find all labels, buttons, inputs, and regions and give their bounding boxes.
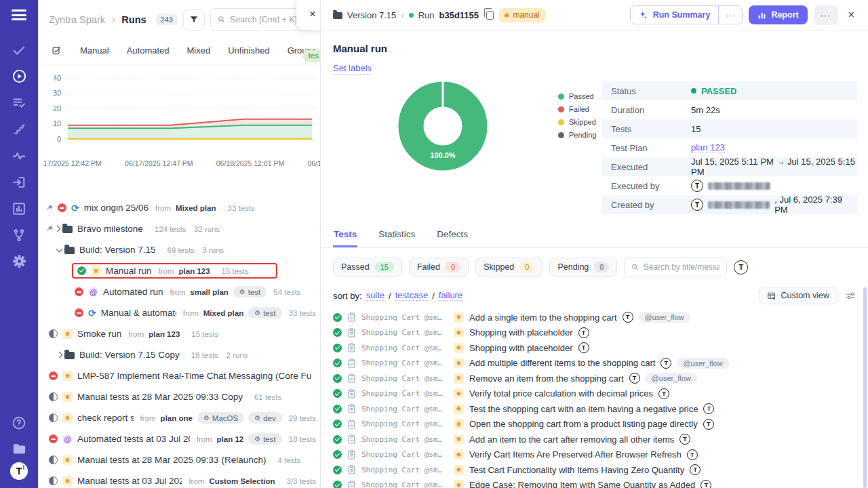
test-row[interactable]: Shopping Cart @sm… Add an item to the ca… [333, 432, 856, 447]
run-summary-more-button[interactable]: ··· [718, 6, 742, 24]
run-list-item[interactable]: Build: Version 7.15 Copy from 18 tests 2… [38, 344, 320, 365]
test-title[interactable]: Add an item to the cart after removing a… [469, 434, 674, 445]
tag-filter-chip[interactable]: tes [303, 49, 320, 62]
help-icon[interactable] [11, 415, 27, 431]
tests-search-input[interactable] [644, 262, 720, 272]
sort-failure-link[interactable]: failure [439, 290, 462, 301]
custom-view-button[interactable]: Custom view [759, 287, 837, 304]
test-suite-name[interactable]: Shopping Cart @sm… [361, 420, 448, 428]
test-title[interactable]: Edge Case: Removing Item with Same Quant… [469, 480, 695, 488]
run-plan-name[interactable]: Mixed plan [203, 309, 243, 317]
test-suite-name[interactable]: Shopping Cart @sm… [361, 450, 448, 459]
run-list-item[interactable]: Build: Version 7.15 from 69 tests 3 runs [38, 239, 320, 260]
panel-close-button[interactable]: × [296, 0, 320, 30]
runs-tab[interactable]: Unfinished [219, 45, 278, 56]
status-filter-chip[interactable]: Skipped 0 [475, 258, 542, 277]
run-plan-name[interactable]: Custom Selection [209, 477, 275, 485]
run-list-item[interactable]: Automated tests at 03 Jul 2025 13:25 fro… [38, 428, 320, 449]
settings-gear-icon[interactable] [11, 253, 27, 270]
test-row[interactable]: Shopping Cart @sm… Verify Cart Items Are… [333, 447, 856, 463]
plans-list-check-icon[interactable] [11, 95, 27, 111]
runs-play-icon[interactable] [11, 68, 27, 85]
reports-chart-icon[interactable] [11, 201, 27, 217]
detail-tab[interactable]: Statistics [378, 225, 416, 247]
run-list-item[interactable]: Smoke run from plan 123 15 tests [38, 323, 320, 344]
test-suite-name[interactable]: Shopping Cart @sm… [361, 466, 448, 474]
pulse-analytics-icon[interactable] [11, 148, 27, 164]
test-title[interactable]: Open the shopping cart from a product li… [469, 419, 698, 429]
run-list-item[interactable]: Manual tests at 28 Mar 2025 09:33 (Relau… [38, 449, 320, 470]
scrollbar[interactable] [863, 287, 867, 488]
test-suite-name[interactable]: Shopping Cart @sm… [361, 313, 448, 322]
run-list-item[interactable]: Manual & automated run from Mixed plan t… [38, 302, 320, 323]
hamburger-menu-icon[interactable] [12, 9, 26, 20]
status-filter-chip[interactable]: Pending 0 [549, 258, 617, 277]
test-row[interactable]: Shopping Cart @sm… Add multiple differen… [333, 356, 856, 371]
run-plan-name[interactable]: plan one [161, 414, 193, 422]
run-list-item[interactable]: Automated run from small plan test 54 te… [38, 281, 320, 302]
run-list-item[interactable]: Manual run from plan 123 15 tests [38, 260, 320, 281]
test-title[interactable]: Remove an item from the shopping cart [469, 373, 624, 384]
test-title[interactable]: Verify Cart Items Are Preserved After Br… [469, 449, 682, 460]
test-suite-name[interactable]: Shopping Cart @sm… [361, 389, 448, 398]
run-summary-button[interactable]: Run Summary [631, 6, 719, 24]
test-title[interactable]: Add multiple different items to the shop… [469, 358, 655, 368]
test-row[interactable]: Shopping Cart @sm… Verify total price ca… [333, 386, 856, 402]
test-title[interactable]: Test the shopping cart with an item havi… [469, 404, 698, 414]
set-labels-link[interactable]: Set labels [333, 63, 372, 75]
test-title[interactable]: Shopping with placeholder [469, 327, 573, 338]
test-title[interactable]: Add a single item to the shopping cart [469, 312, 617, 323]
run-list-item[interactable]: Manual tests at 28 Mar 2025 09:33 Copy f… [38, 386, 320, 407]
test-suite-name[interactable]: Shopping Cart @sm… [361, 435, 448, 444]
run-plan-name[interactable]: plan 123 [179, 267, 210, 275]
sort-suite-link[interactable]: suite [366, 290, 384, 301]
test-row[interactable]: Shopping Cart @sm… Shopping with placeho… [333, 340, 856, 356]
test-suite-name[interactable]: Shopping Cart @sm… [361, 359, 448, 367]
test-row[interactable]: Shopping Cart @sm… Open the shopping car… [333, 417, 856, 432]
test-suite-name[interactable]: Shopping Cart @sm… [361, 328, 448, 337]
test-title[interactable]: Shopping with placeholder [469, 343, 573, 353]
test-row[interactable]: Shopping Cart @sm… Edge Case: Removing I… [333, 478, 856, 488]
run-list-item[interactable]: mix origin 25/06 from Mixed plan 33 test… [38, 197, 320, 218]
run-plan-name[interactable]: plan 12 [217, 435, 244, 443]
test-row[interactable]: Shopping Cart @sm… Remove an item from t… [333, 371, 856, 386]
test-suite-name[interactable]: Shopping Cart @sm… [361, 481, 448, 488]
projects-folder-icon[interactable] [11, 441, 27, 458]
run-folder-name[interactable]: Version 7.15 [347, 10, 396, 20]
sliders-icon[interactable] [846, 291, 856, 300]
test-suite-name[interactable]: Shopping Cart @sm… [361, 374, 448, 383]
run-plan-name[interactable]: Mixed plan [176, 204, 216, 212]
test-suite-name[interactable]: Shopping Cart @sm… [361, 344, 448, 352]
tests-check-icon[interactable] [11, 42, 27, 58]
run-list-item[interactable]: LMP-587 Implement Real-Time Chat Messagi… [38, 365, 320, 386]
status-filter-chip[interactable]: Failed 0 [409, 258, 469, 277]
breadcrumb-app[interactable]: Zyntra Spark [49, 14, 105, 25]
run-plan-name[interactable]: small plan [191, 288, 229, 296]
run-list-item[interactable]: Manual tests at 03 Jul 2025 12:08 from C… [38, 470, 320, 488]
steps-icon[interactable] [11, 121, 27, 138]
runs-search[interactable] [210, 8, 311, 30]
import-arrow-icon[interactable] [11, 174, 27, 190]
runs-search-input[interactable] [230, 15, 303, 24]
test-suite-name[interactable]: Shopping Cart @sm… [361, 405, 448, 413]
runs-tab[interactable]: Automated [118, 45, 178, 56]
detail-tab[interactable]: Tests [333, 225, 357, 247]
copy-run-id-icon[interactable] [486, 11, 494, 20]
status-filter-chip[interactable]: Passed 15 [333, 258, 402, 277]
runs-tab[interactable]: Manual [71, 45, 118, 56]
run-list-item[interactable]: check report sharing from plan one MacOS… [38, 407, 320, 428]
assignee-avatar[interactable]: T [734, 260, 748, 274]
test-row[interactable]: Shopping Cart @sm… Shopping with placeho… [333, 325, 856, 341]
workspace-avatar[interactable]: T [10, 462, 28, 480]
more-options-button[interactable]: ··· [814, 5, 838, 25]
branches-icon[interactable] [11, 227, 27, 243]
test-title[interactable]: Verify total price calculation with deci… [469, 388, 653, 399]
sort-testcase-link[interactable]: testcase [395, 290, 428, 301]
run-list-item[interactable]: Bravo milestone from 124 tests 32 runs [38, 218, 320, 239]
report-button[interactable]: Report [749, 5, 807, 24]
detail-tab[interactable]: Defects [436, 225, 469, 247]
test-title[interactable]: Test Cart Functionality with Items Havin… [469, 465, 684, 475]
close-detail-icon[interactable]: × [844, 7, 859, 22]
test-row[interactable]: Shopping Cart @sm… Add a single item to … [333, 310, 856, 325]
filter-button[interactable] [183, 9, 205, 30]
